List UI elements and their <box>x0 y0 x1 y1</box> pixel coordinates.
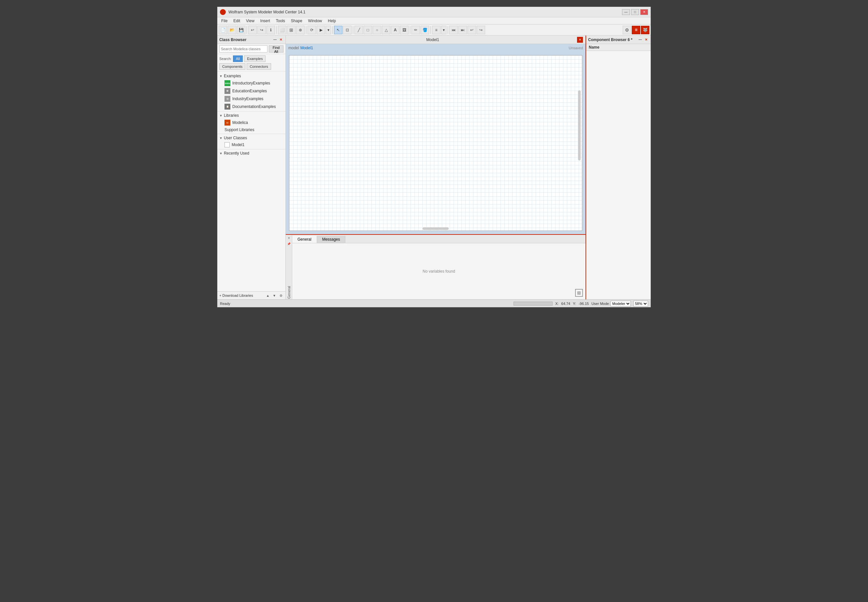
menu-edit[interactable]: Edit <box>231 18 243 24</box>
model-name-link[interactable]: Model1 <box>300 46 313 50</box>
refresh-button[interactable]: ⟳ <box>308 26 316 34</box>
redo2-button[interactable]: ↪ <box>477 26 485 34</box>
wire-tool[interactable]: ⊡ <box>343 26 352 34</box>
pen-tool[interactable]: ✏ <box>412 26 420 34</box>
play-dropdown-button[interactable]: ▾ <box>326 26 331 34</box>
documentation-icon: 📋 <box>225 104 230 109</box>
menu-shape[interactable]: Shape <box>288 18 305 24</box>
back-button[interactable]: ⏮ <box>449 26 458 34</box>
filter-components[interactable]: Components <box>219 63 245 70</box>
add-variable-button[interactable]: ⊞ <box>575 289 583 297</box>
user-classes-group[interactable]: ▼ User Classes <box>217 135 285 141</box>
menu-tools[interactable]: Tools <box>273 18 288 24</box>
examples-group[interactable]: ▼ Examples <box>217 73 285 79</box>
menu-window[interactable]: Window <box>306 18 325 24</box>
filter-examples[interactable]: Examples <box>244 55 266 62</box>
tri-tool[interactable]: △ <box>382 26 390 34</box>
save-button[interactable]: 💾 <box>237 26 245 34</box>
panel-header-controls: — ✕ <box>272 37 283 42</box>
diagram-container[interactable] <box>286 52 585 234</box>
model1-icon <box>225 142 230 147</box>
find-all-button[interactable]: Find All <box>269 45 283 52</box>
main-content: Class Browser — ✕ Find All Search: All E… <box>217 35 651 299</box>
image-tool[interactable]: 🖼 <box>400 26 409 34</box>
play-button[interactable]: ▶ <box>317 26 325 34</box>
vertical-scrollbar[interactable] <box>578 90 581 160</box>
open-button[interactable]: 📂 <box>228 26 236 34</box>
panel-minimize-btn[interactable]: — <box>272 37 278 42</box>
info-button[interactable]: ℹ <box>266 26 275 34</box>
footer-settings-btn[interactable]: ⚙ <box>278 293 283 298</box>
minimize-button[interactable]: — <box>622 9 630 15</box>
introductory-examples-item[interactable]: intro IntroductoryExamples <box>217 79 285 87</box>
support-libraries-label: Support Libraries <box>225 127 254 132</box>
tab-general[interactable]: General <box>292 236 317 243</box>
recently-used-group[interactable]: ▼ Recently Used <box>217 150 285 157</box>
user-mode-select[interactable]: Modeler <box>611 301 631 307</box>
comp-minimize-btn[interactable]: — <box>638 37 643 42</box>
toolbar-sep-5 <box>353 26 353 34</box>
undo2-button[interactable]: ↩ <box>468 26 476 34</box>
industry-icon: ⊙ <box>225 96 230 102</box>
redo-button[interactable]: ↪ <box>257 26 266 34</box>
window-controls: — □ ✕ <box>622 9 648 15</box>
frame-button[interactable]: ⬜ <box>278 26 286 34</box>
undo-button[interactable]: ↩ <box>248 26 257 34</box>
support-libraries-item[interactable]: Support Libraries <box>217 126 285 133</box>
horizontal-scrollbar[interactable] <box>423 227 449 230</box>
fill-tool[interactable]: 🪣 <box>421 26 429 34</box>
panel-close-btn[interactable]: ✕ <box>278 37 283 42</box>
line-tool[interactable]: ╱ <box>355 26 363 34</box>
cursor-tool[interactable]: ↖ <box>334 26 343 34</box>
tab-messages[interactable]: Messages <box>317 236 346 243</box>
close-button[interactable]: ✕ <box>640 9 648 15</box>
menu-file[interactable]: File <box>219 18 230 24</box>
footer-up-btn[interactable]: ▲ <box>265 293 271 298</box>
education-examples-item[interactable]: ⊞ EducationExamples <box>217 87 285 95</box>
bottom-close-btn[interactable]: ✕ <box>286 235 292 241</box>
industry-examples-item[interactable]: ⊙ IndustryExamples <box>217 95 285 103</box>
diagram-canvas[interactable] <box>289 55 582 231</box>
footer-down-btn[interactable]: ▼ <box>272 293 277 298</box>
modelica-item[interactable]: M Modelica <box>217 119 285 126</box>
grid-button[interactable]: ⊞ <box>287 26 295 34</box>
book-button[interactable]: ≣ <box>632 26 640 34</box>
model1-item[interactable]: Model1 <box>217 141 285 148</box>
bottom-pin-btn[interactable]: 📌 <box>286 241 292 247</box>
documentation-examples-item[interactable]: 📋 DocumentationExamples <box>217 103 285 111</box>
model-keyword: model <box>288 46 299 50</box>
menu-help[interactable]: Help <box>325 18 338 24</box>
search-input[interactable] <box>219 45 268 52</box>
bottom-panel: ✕ 📌 General General Messages No variable… <box>286 234 585 299</box>
model-tab-name: Model1 <box>426 37 439 42</box>
circle-tool[interactable]: ○ <box>373 26 381 34</box>
filter-all[interactable]: All <box>233 55 243 62</box>
align-dropdown[interactable]: ▾ <box>441 26 446 34</box>
text-tool[interactable]: A <box>391 26 400 34</box>
fwd-button[interactable]: ⏭ <box>458 26 467 34</box>
libraries-group[interactable]: ▼ Libraries <box>217 112 285 119</box>
menu-view[interactable]: View <box>243 18 257 24</box>
zoom-select[interactable]: 58% <box>634 301 648 307</box>
new-button[interactable]: 📄 <box>219 26 227 34</box>
wolf-button[interactable]: 🐺 <box>641 26 649 34</box>
toolbar-sep-4 <box>332 26 333 34</box>
comp-col-name: Name <box>586 44 651 51</box>
comp-close-btn[interactable]: ✕ <box>643 37 649 42</box>
modelica-icon: M <box>225 120 230 126</box>
tree-area: ▼ Examples intro IntroductoryExamples ⊞ … <box>217 71 285 291</box>
sep-1 <box>217 111 285 112</box>
examples-label: Examples <box>224 74 241 78</box>
menu-bar: File Edit View Insert Tools Shape Window… <box>217 17 651 25</box>
filter-connectors[interactable]: Connectors <box>246 63 271 70</box>
connect-button[interactable]: ⊕ <box>296 26 305 34</box>
rect-tool[interactable]: □ <box>364 26 372 34</box>
settings-icon[interactable]: ⚙ <box>623 26 631 34</box>
search-filter: Search: All Examples Components Connecto… <box>217 54 285 71</box>
maximize-button[interactable]: □ <box>631 9 639 15</box>
close-model-button[interactable]: ✕ <box>577 37 583 43</box>
align-button[interactable]: ≡ <box>432 26 441 34</box>
general-rotated-label: General <box>287 283 291 299</box>
download-libraries-button[interactable]: + Download Libraries <box>219 293 253 297</box>
menu-insert[interactable]: Insert <box>258 18 273 24</box>
